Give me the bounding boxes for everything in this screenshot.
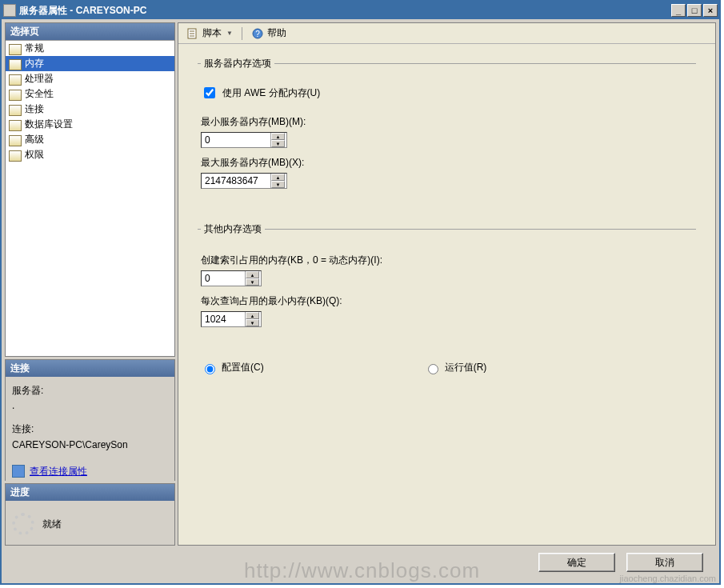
close-button[interactable]: × [703,4,718,17]
sidebar-item-label: 权限 [25,148,44,162]
config-value-label: 配置值(C) [222,361,264,374]
min-memory-input[interactable] [202,133,270,147]
config-value-radio-item[interactable]: 配置值(C) [201,361,264,374]
server-memory-legend: 服务器内存选项 [201,57,274,70]
sidebar-item-3[interactable]: 安全性 [6,86,174,102]
sidebar-item-label: 处理器 [25,72,54,86]
sidebar-item-2[interactable]: 处理器 [6,71,174,86]
spin-up-icon[interactable]: ▲ [246,312,259,319]
server-label: 服务器: [12,383,168,398]
spin-up-icon[interactable]: ▲ [271,174,285,181]
progress-header: 进度 [6,484,174,501]
run-value-radio-item[interactable]: 运行值(R) [424,361,487,374]
sidebar-item-label: 常规 [25,42,44,55]
minimize-button[interactable]: _ [671,4,686,17]
config-value-radio[interactable] [205,364,215,374]
connection-label: 连接: [12,422,168,437]
help-button[interactable]: ? 帮助 [248,26,290,41]
server-memory-fieldset: 服务器内存选项 使用 AWE 分配内存(U) 最小服务器内存(MB)(M): ▲… [198,57,696,203]
cancel-button[interactable]: 取消 [626,553,703,572]
value-mode-radios: 配置值(C) 运行值(R) [201,361,696,374]
run-value-label: 运行值(R) [445,361,487,374]
progress-status: 就绪 [42,518,62,531]
spin-down-icon[interactable]: ▼ [246,278,259,286]
sidebar-item-1[interactable]: 内存 [6,56,174,71]
other-memory-fieldset: 其他内存选项 创建索引占用的内存(KB，0 = 动态内存)(I): ▲▼ 每次查… [198,222,696,342]
index-memory-label: 创建索引占用的内存(KB，0 = 动态内存)(I): [201,254,693,267]
help-icon: ? [251,27,264,40]
sidebar-item-0[interactable]: 常规 [6,41,174,56]
min-memory-spinner[interactable]: ▲▼ [201,132,287,148]
connection-panel: 连接 服务器: . 连接: CAREYSON-PC\CareySon 查看连接属… [5,359,175,481]
max-memory-spinner[interactable]: ▲▼ [201,173,287,189]
progress-spinner-icon [12,513,34,535]
spin-down-icon[interactable]: ▼ [271,140,285,147]
max-memory-input[interactable] [202,174,270,188]
toolbar-separator [242,27,242,40]
toolbar: 脚本 ▼ ? 帮助 [178,23,715,44]
window-title: 服务器属性 - CAREYSON-PC [19,4,146,18]
spin-up-icon[interactable]: ▲ [271,133,285,140]
page-icon [9,150,22,161]
sidebar-item-5[interactable]: 数据库设置 [6,117,174,132]
svg-text:?: ? [255,30,260,38]
sidebar-item-label: 高级 [25,133,44,146]
connection-properties-icon [12,465,25,478]
page-icon [9,89,22,100]
sidebar-item-6[interactable]: 高级 [6,132,174,147]
server-properties-window: 服务器属性 - CAREYSON-PC _ □ × 选择页 常规内存处理器安全性… [0,0,721,585]
select-page-panel: 选择页 常规内存处理器安全性连接数据库设置高级权限 [5,22,175,357]
sidebar-item-label: 数据库设置 [25,118,73,131]
ok-button[interactable]: 确定 [538,553,615,572]
maximize-button[interactable]: □ [687,4,702,17]
page-icon [9,74,22,85]
min-memory-label: 最小服务器内存(MB)(M): [201,115,693,129]
spin-down-icon[interactable]: ▼ [246,319,259,326]
sidebar-item-label: 连接 [25,102,44,116]
help-label: 帮助 [267,26,286,40]
view-connection-properties-link[interactable]: 查看连接属性 [30,464,87,479]
page-icon [9,58,22,70]
sidebar-item-7[interactable]: 权限 [6,147,174,162]
page-icon [9,104,22,115]
app-icon [3,4,16,17]
use-awe-label: 使用 AWE 分配内存(U) [222,86,320,100]
page-icon [9,43,22,54]
sidebar-item-label: 内存 [25,57,44,70]
sidebar-item-4[interactable]: 连接 [6,102,174,117]
run-value-radio[interactable] [428,364,438,374]
titlebar[interactable]: 服务器属性 - CAREYSON-PC _ □ × [2,2,719,19]
right-column: 脚本 ▼ ? 帮助 服务器内存选项 [178,22,716,546]
main-pane: 服务器内存选项 使用 AWE 分配内存(U) 最小服务器内存(MB)(M): ▲… [178,44,715,545]
query-memory-label: 每次查询占用的最小内存(KB)(Q): [201,294,693,308]
use-awe-checkbox[interactable] [204,87,215,98]
connection-header: 连接 [6,360,174,377]
left-column: 选择页 常规内存处理器安全性连接数据库设置高级权限 连接 服务器: . 连接: … [5,22,175,546]
server-value: . [12,398,168,414]
max-memory-label: 最大服务器内存(MB)(X): [201,156,693,170]
connection-value: CAREYSON-PC\CareySon [12,438,168,453]
sidebar-item-label: 安全性 [25,87,54,101]
select-page-header: 选择页 [6,23,174,40]
script-icon [186,27,199,40]
query-memory-input[interactable] [202,312,245,326]
query-memory-spinner[interactable]: ▲▼ [201,311,262,327]
progress-panel: 进度 就绪 [5,483,175,546]
spin-down-icon[interactable]: ▼ [271,181,285,188]
page-icon [9,134,22,146]
script-button[interactable]: 脚本 ▼ [183,26,236,41]
script-label: 脚本 [202,26,222,40]
page-icon [9,119,22,130]
page-list[interactable]: 常规内存处理器安全性连接数据库设置高级权限 [6,40,174,356]
dialog-buttons: 确定 取消 [5,548,716,580]
index-memory-spinner[interactable]: ▲▼ [201,270,262,286]
index-memory-input[interactable] [202,271,245,286]
spin-up-icon[interactable]: ▲ [246,271,259,278]
chevron-down-icon: ▼ [226,30,233,37]
other-memory-legend: 其他内存选项 [201,222,265,236]
